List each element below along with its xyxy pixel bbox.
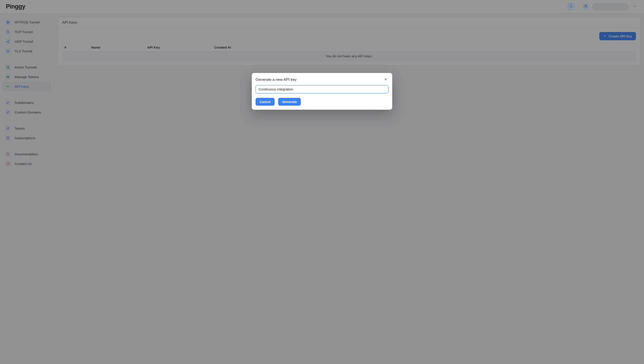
modal-backdrop[interactable]: Generate a new API key Cancel Generate <box>0 0 644 364</box>
close-icon <box>384 78 387 82</box>
generate-label: Generate <box>282 100 297 104</box>
modal-title: Generate a new API key <box>256 77 296 82</box>
generate-api-key-modal: Generate a new API key Cancel Generate <box>252 73 392 110</box>
cancel-label: Cancel <box>260 100 270 104</box>
api-key-name-input[interactable] <box>256 85 388 93</box>
generate-button[interactable]: Generate <box>278 98 301 106</box>
modal-close-button[interactable] <box>382 77 388 83</box>
cancel-button[interactable]: Cancel <box>256 98 274 106</box>
